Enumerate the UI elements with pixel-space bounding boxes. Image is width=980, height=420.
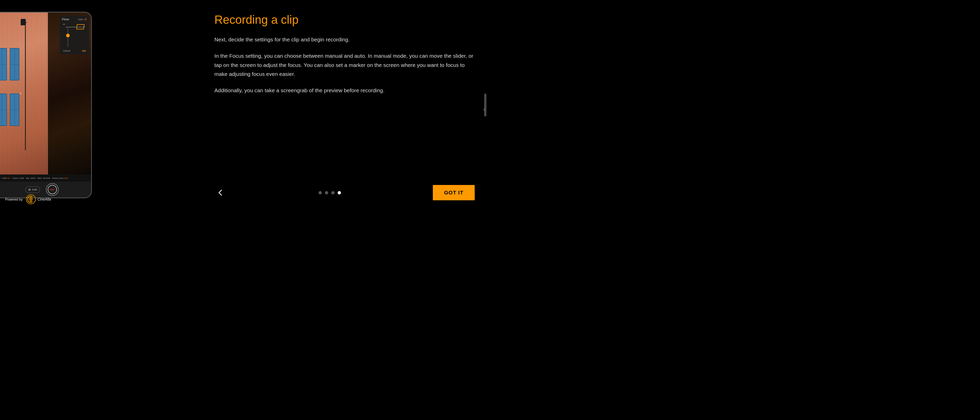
focus-auto-value: Off	[84, 18, 87, 21]
powered-by-label: Powered by	[5, 198, 23, 201]
nav-row: GOT IT	[215, 185, 475, 200]
status-bat: Bat. 100%	[26, 177, 35, 179]
got-it-button[interactable]: GOT IT	[433, 185, 475, 200]
dot-3[interactable]	[331, 191, 334, 195]
back-arrow-icon	[216, 188, 224, 197]
paragraph-2: In the Focus setting, you can choose bet…	[215, 51, 475, 79]
window-1	[0, 48, 7, 80]
focus-slider-area: ∞	[62, 22, 87, 49]
status-time: 00:00	[0, 177, 0, 179]
device-area: + Focus Auto Off	[0, 0, 194, 210]
focus-thumb[interactable]	[66, 34, 70, 37]
powered-by-section: Powered by CineAlta	[5, 194, 51, 205]
focus-actions: Cancel Set	[62, 50, 87, 52]
window-3	[10, 48, 20, 80]
dot-4-active[interactable]	[338, 191, 341, 195]
status-codec: Codec H.265	[12, 177, 24, 179]
focus-panel-header: Focus Auto Off	[62, 18, 87, 21]
dot-1[interactable]	[318, 191, 322, 195]
side-chevron[interactable]: ›	[483, 105, 485, 113]
cinealta-logo: CineAlta	[25, 194, 51, 205]
phone-frame: + Focus Auto Off	[0, 12, 92, 198]
paragraph-1: Next, decide the settings for the clip a…	[215, 35, 475, 44]
crosshair: +	[19, 91, 22, 96]
status-bar: 00:00 HDR On Codec H.265 Bat. 100% Mem. …	[0, 174, 91, 182]
lamp-post	[25, 21, 26, 150]
focus-track	[68, 28, 68, 47]
dots-row	[318, 191, 341, 195]
viewfinder-left: +	[0, 13, 48, 174]
status-mem: Mem. 64.0GB	[38, 177, 50, 179]
cinealta-brand-label: CineAlta	[38, 197, 51, 201]
window-4	[10, 94, 20, 126]
right-panel: Recording a clip Next, decide the settin…	[202, 0, 490, 210]
lamp-arm	[22, 22, 27, 23]
focus-panel: Focus Auto Off ∞	[60, 16, 89, 54]
content-area: Recording a clip Next, decide the settin…	[215, 13, 475, 179]
focus-set-button[interactable]: Set	[82, 50, 86, 52]
rec-label: REC	[50, 188, 55, 191]
back-button[interactable]	[215, 187, 227, 199]
status-hdr: HDR On	[2, 177, 10, 179]
focus-auto-label: Auto	[78, 18, 83, 21]
grab-label: Grab	[32, 188, 37, 191]
viewfinder: + Focus Auto Off	[0, 13, 91, 174]
phone-screen: + Focus Auto Off	[0, 13, 91, 198]
paragraph-3: Additionally, you can take a screengrab …	[215, 86, 475, 95]
grab-icon: ⊞	[28, 188, 30, 192]
focus-marker[interactable]	[76, 24, 85, 29]
status-frame: Frame Lines 16:9	[52, 177, 68, 179]
slide-body: Next, decide the settings for the clip a…	[215, 35, 475, 95]
slide-title: Recording a clip	[215, 13, 475, 27]
cinealta-icon	[25, 194, 37, 205]
infinity-symbol: ∞	[63, 23, 65, 26]
dot-2[interactable]	[325, 191, 328, 195]
focus-cancel-button[interactable]: Cancel	[63, 50, 70, 52]
grab-button[interactable]: ⊞ Grab	[25, 187, 40, 193]
focus-panel-title: Focus	[62, 18, 69, 21]
window-2	[0, 94, 7, 126]
